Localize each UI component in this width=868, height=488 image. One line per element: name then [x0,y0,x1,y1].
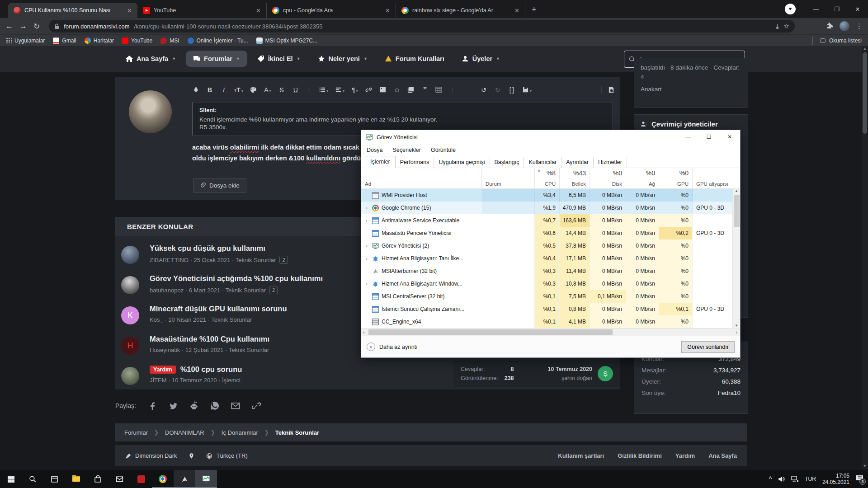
start-button[interactable] [0,470,22,488]
table-row[interactable]: › Hizmet Ana Bilgisayarı: Window... %0,3… [361,277,740,290]
nav-ikinci-el[interactable]: İkinci El▼ [250,51,308,67]
smiley-icon[interactable]: ☺ [393,86,401,94]
strikethrough-icon[interactable]: S [278,86,285,94]
close-tab-icon[interactable]: ✕ [514,7,520,14]
avatar[interactable]: H [121,337,139,355]
table-row[interactable]: MSI.CentralServer (32 bit) %0,17,5 MB0,1… [361,290,740,303]
undo-icon[interactable]: ↺ [480,86,487,94]
tab-forum[interactable]: CPU Kullanımı %100 Sorunu Nası ✕ [8,3,137,18]
menu-secenekler[interactable]: Seçenekler [392,147,421,153]
attach-file-button[interactable]: Dosya ekle [193,178,246,193]
table-row[interactable]: CC_Engine_x64 %0,14,1 MB0 MB/sn0 Mb/sn%0 [361,315,740,328]
bold-icon[interactable]: B [206,86,213,94]
table-icon[interactable] [435,86,443,94]
tab-uygulama-gecmisi[interactable]: Uygulama geçmişi [434,157,490,168]
style-chooser[interactable]: Dimension Dark [125,452,177,459]
italic-icon[interactable]: I [220,86,227,94]
avatar[interactable]: K [121,306,139,324]
latest-member-link[interactable]: Fedra10 [718,387,741,399]
location-pin-icon[interactable] [189,452,194,460]
less-details-label[interactable]: Daha az ayrıntı [379,344,418,350]
taskbar-search[interactable] [22,470,43,488]
tab-hizmetler[interactable]: Hizmetler [593,157,627,168]
reddit-icon[interactable] [189,401,198,410]
redo-icon[interactable]: ↻ [494,86,501,94]
thread-category-link[interactable]: Anakart [641,84,741,94]
tab-youtube[interactable]: YouTube ✕ [137,3,267,18]
list-item[interactable]: Yardım%100 cpu sorunu JİTEM · 10 Temmuz … [115,364,477,392]
column-gpu[interactable]: %0GPU [659,168,693,188]
store-button[interactable] [87,470,108,488]
window-restore-button[interactable]: ❐ [826,6,847,13]
twitter-icon[interactable] [169,401,178,410]
profile-avatar[interactable] [840,21,849,31]
media-control-button[interactable] [785,4,796,14]
column-cpu[interactable]: ∨%8CPU [535,168,560,188]
horizontal-scrollbar[interactable]: ‹› [361,328,740,336]
avatar[interactable] [121,246,139,264]
expand-chevron-icon[interactable]: › [364,243,369,249]
expand-chevron-icon[interactable]: › [364,256,369,261]
table-row[interactable]: İstemci Sunucu Çalışma Zamanı... %0,10,8… [361,303,740,315]
media-icon[interactable] [407,86,415,94]
table-row[interactable]: Masaüstü Pencere Yöneticisi %0,614,4 MB0… [361,227,740,239]
bookmark-youtube[interactable]: YouTube [122,38,152,44]
nav-neler-yeni[interactable]: Neler yeni▼ [311,51,375,67]
tab-ayrintilar[interactable]: Ayrıntılar [561,157,594,168]
link-icon[interactable] [365,86,373,94]
dragon-center-button[interactable] [130,470,152,488]
column-gpu-altyapisi[interactable]: GPU altyapısı [693,168,733,188]
link-icon[interactable] [252,401,261,410]
underline-icon[interactable]: U [292,86,299,94]
close-tab-icon[interactable]: ✕ [126,7,133,14]
column-ad[interactable]: Ad [361,168,482,188]
maximize-button[interactable]: ☐ [698,130,719,144]
window-minimize-button[interactable]: — [806,6,826,13]
column-ag[interactable]: %0Ağ [626,168,659,188]
remove-format-icon[interactable] [192,86,199,94]
clock[interactable]: 17:05 24.05.2021 [822,473,849,485]
avatar[interactable] [129,90,172,133]
avatar[interactable] [121,367,139,385]
breadcrumb-donanimlar[interactable]: DONANIMLAR [165,429,204,436]
bookmark-msi[interactable]: MSI [160,38,179,44]
font-color-icon[interactable]: A▾ [264,86,271,94]
vertical-scrollbar[interactable]: ▲▼ [732,189,740,328]
footer-link-help[interactable]: Yardım [675,452,695,459]
tab-kullanicilar[interactable]: Kullanıcılar [524,157,561,168]
column-disk[interactable]: %0Disk [590,168,626,188]
end-task-button[interactable]: Görevi sonlandır [681,341,735,353]
expand-chevron-icon[interactable]: › [364,281,369,286]
bookmark-apps[interactable]: Uygulamalar [6,38,45,44]
list-icon[interactable]: ▾ [319,86,328,94]
bookmark-online[interactable]: Online İşlemler - Tu... [188,38,248,44]
paragraph-icon[interactable]: ¶▾ [351,86,359,94]
drafts-icon[interactable]: ▾ [522,86,532,94]
menu-dots-icon[interactable]: ⋮ [856,22,863,30]
afterburner-button[interactable] [174,470,195,488]
avatar[interactable] [121,276,139,294]
nav-uyeler[interactable]: Üyeler▼ [454,51,507,67]
reload-icon[interactable]: ↻ [33,22,40,31]
minimize-button[interactable]: — [678,130,698,144]
palette-icon[interactable] [250,86,257,94]
task-manager-button[interactable] [195,470,217,488]
download-icon[interactable]: ⤓ [776,22,779,30]
close-tab-icon[interactable]: ✕ [255,7,262,14]
breadcrumb-ic-donanimlar[interactable]: İç Donanımlar [222,429,258,436]
tab-google-rainbow[interactable]: rainbow six siege - Google'da Ar ✕ [396,3,525,18]
nav-forum-kurallari[interactable]: Forum Kuralları [377,51,452,67]
nav-forumlar[interactable]: Forumlar▼ [186,51,247,67]
footer-link-home[interactable]: Ana Sayfa [708,452,737,459]
new-tab-button[interactable]: + [532,5,537,14]
preview-icon[interactable] [601,86,615,94]
expand-chevron-icon[interactable]: › [364,218,369,223]
address-bar[interactable]: forum.donanimarsivi.com/konu/cpu-kullani… [49,20,795,33]
network-icon[interactable] [791,476,798,482]
back-icon[interactable]: ← [5,22,13,31]
tab-baslangic[interactable]: Başlangıç [490,157,524,168]
action-center-button[interactable]: 3 [856,475,863,483]
chrome-button[interactable] [152,470,174,488]
scrollbar-thumb[interactable] [734,195,740,227]
table-row[interactable]: WMI Provider Host %3,46,5 MB0 MB/sn0 Mb/… [361,189,740,202]
